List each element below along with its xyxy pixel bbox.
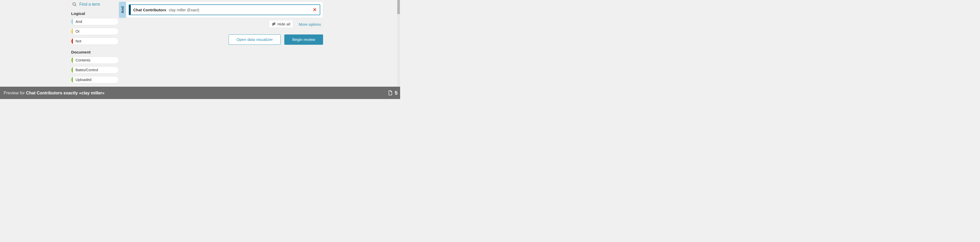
remove-condition-icon[interactable]: ✕ [313,7,317,13]
svg-line-1 [75,5,76,6]
find-term[interactable]: Find a term [71,2,119,7]
svg-line-4 [272,22,275,26]
sidebar: Find a term Logical And Or Not Document … [71,0,119,87]
begin-review-button[interactable]: Begin review [284,34,323,45]
preview-footer: Preview for Chat Contributors exactly «c… [0,87,400,99]
operator-strip[interactable]: And [119,2,126,18]
pill-bates-control[interactable]: Bates/Control [71,66,119,74]
footer-query: Chat Contributors exactly «clay miller» [26,91,105,95]
content-area: And Chat Contributors clay miller (Exact… [119,0,397,87]
svg-point-0 [73,3,75,5]
pill-uploaded[interactable]: Uploaded [71,76,119,83]
query-card: And Chat Contributors clay miller (Exact… [119,2,323,18]
pill-contents[interactable]: Contents [71,56,119,64]
open-visualizer-button[interactable]: Open data visualizer [229,34,281,45]
pill-not[interactable]: Not [71,38,119,45]
pill-and[interactable]: And [71,18,119,25]
scrollbar[interactable] [397,0,400,87]
search-icon [72,2,77,7]
condition-row[interactable]: Chat Contributors clay miller (Exact) ✕ [129,4,320,15]
condition-value: clay miller (Exact) [169,8,199,12]
find-term-label: Find a term [80,2,100,7]
hide-icon [272,22,276,26]
pill-list-document: Contents Bates/Control Uploaded [71,56,119,83]
hide-all-button[interactable]: Hide all [269,21,293,28]
scrollbar-thumb[interactable] [397,0,400,14]
result-count: 5 [395,90,398,96]
section-title-document: Document [71,50,119,54]
document-icon [388,90,393,96]
condition-handle [129,5,131,14]
pill-or[interactable]: Or [71,28,119,35]
footer-prefix: Preview for [3,91,25,95]
condition-field: Chat Contributors [133,8,166,12]
section-title-logical: Logical [71,11,119,16]
pill-list-logical: And Or Not [71,18,119,45]
more-options-link[interactable]: More options [299,22,321,27]
